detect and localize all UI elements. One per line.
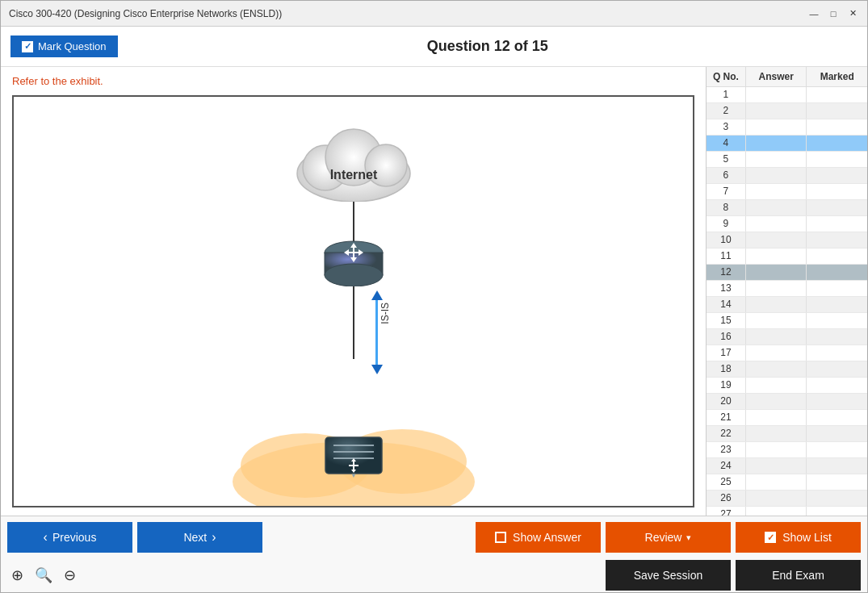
sidebar-row[interactable]: 8 bbox=[707, 200, 867, 216]
toolbar: Mark Question Question 12 of 15 bbox=[1, 27, 867, 67]
sidebar-row[interactable]: 10 bbox=[707, 232, 867, 248]
sidebar-cell-answer bbox=[746, 103, 807, 119]
sidebar-row[interactable]: 19 bbox=[707, 378, 867, 394]
sidebar-cell-qno: 23 bbox=[707, 442, 746, 457]
sidebar-row[interactable]: 14 bbox=[707, 297, 867, 313]
sidebar-cell-marked bbox=[807, 200, 867, 215]
sidebar-row[interactable]: 1 bbox=[707, 87, 867, 103]
sidebar-cell-marked bbox=[807, 265, 867, 280]
svg-point-7 bbox=[325, 264, 383, 286]
sidebar-row[interactable]: 20 bbox=[707, 394, 867, 410]
sidebar-cell-answer bbox=[746, 361, 807, 377]
sidebar-cell-answer bbox=[746, 345, 807, 361]
zoom-controls: ⊕ 🔍 ⊖ bbox=[7, 565, 80, 586]
sidebar-cell-qno: 5 bbox=[707, 152, 746, 167]
sidebar-cell-marked bbox=[807, 491, 867, 506]
sidebar-cell-marked bbox=[807, 410, 867, 425]
cloud-shape: Internet bbox=[281, 113, 426, 202]
sidebar-row[interactable]: 23 bbox=[707, 442, 867, 458]
close-button[interactable]: ✕ bbox=[846, 7, 859, 20]
previous-label: Previous bbox=[52, 531, 96, 544]
mark-question-button[interactable]: Mark Question bbox=[10, 35, 118, 57]
sidebar-row[interactable]: 12 bbox=[707, 265, 867, 281]
end-exam-button[interactable]: End Exam bbox=[736, 560, 861, 591]
sidebar-row[interactable]: 4 bbox=[707, 136, 867, 152]
sidebar-cell-answer bbox=[746, 458, 807, 474]
sidebar-row[interactable]: 21 bbox=[707, 410, 867, 426]
arrow-down-icon bbox=[371, 365, 383, 374]
svg-text:▼: ▼ bbox=[350, 472, 357, 479]
previous-button[interactable]: ‹ Previous bbox=[7, 522, 132, 553]
sidebar-cell-marked bbox=[807, 426, 867, 441]
sidebar-row[interactable]: 13 bbox=[707, 281, 867, 297]
sidebar-cell-answer bbox=[746, 232, 807, 248]
sidebar-cell-marked bbox=[807, 168, 867, 183]
sidebar-cell-qno: 26 bbox=[707, 491, 746, 506]
sidebar-row[interactable]: 26 bbox=[707, 491, 867, 507]
sidebar-cell-qno: 12 bbox=[707, 265, 746, 280]
show-answer-label: Show Answer bbox=[513, 531, 581, 544]
next-arrow-icon: › bbox=[212, 530, 216, 545]
sidebar-row[interactable]: 5 bbox=[707, 152, 867, 168]
sidebar-row[interactable]: 17 bbox=[707, 345, 867, 361]
sidebar-cell-answer bbox=[746, 184, 807, 199]
sidebar-cell-marked bbox=[807, 378, 867, 393]
sidebar-cell-marked bbox=[807, 361, 867, 377]
sidebar-cell-qno: 16 bbox=[707, 329, 746, 345]
sidebar-cell-marked bbox=[807, 329, 867, 345]
sidebar-row[interactable]: 2 bbox=[707, 103, 867, 119]
sidebar-cell-marked bbox=[807, 103, 867, 119]
sidebar-row[interactable]: 24 bbox=[707, 458, 867, 474]
sidebar-cell-qno: 19 bbox=[707, 378, 746, 393]
sidebar-row[interactable]: 18 bbox=[707, 361, 867, 378]
sidebar-cell-answer bbox=[746, 200, 807, 215]
sidebar: Q No. Answer Marked 1 2 3 4 5 6 bbox=[706, 67, 867, 516]
arrow-line bbox=[375, 300, 378, 365]
sidebar-row[interactable]: 15 bbox=[707, 313, 867, 329]
sidebar-cell-qno: 15 bbox=[707, 313, 746, 328]
review-button[interactable]: Review ▾ bbox=[606, 522, 731, 553]
sidebar-cell-qno: 18 bbox=[707, 361, 746, 377]
sidebar-cell-qno: 20 bbox=[707, 394, 746, 409]
line-cloud-to-router bbox=[353, 202, 354, 242]
sidebar-list[interactable]: 1 2 3 4 5 6 7 8 bbox=[707, 87, 867, 516]
window-controls: — □ ✕ bbox=[807, 7, 859, 20]
sidebar-row[interactable]: 7 bbox=[707, 184, 867, 200]
sidebar-cell-answer bbox=[746, 168, 807, 183]
sidebar-cell-qno: 14 bbox=[707, 297, 746, 312]
sidebar-row[interactable]: 27 bbox=[707, 507, 867, 516]
zoom-out-button[interactable]: ⊖ bbox=[60, 565, 80, 586]
sidebar-cell-marked bbox=[807, 232, 867, 248]
save-session-button[interactable]: Save Session bbox=[606, 560, 731, 591]
sidebar-row[interactable]: 11 bbox=[707, 248, 867, 265]
sidebar-cell-answer bbox=[746, 329, 807, 345]
sidebar-row[interactable]: 16 bbox=[707, 329, 867, 345]
sidebar-cell-marked bbox=[807, 119, 867, 135]
show-list-label: Show List bbox=[782, 531, 832, 544]
sidebar-row[interactable]: 6 bbox=[707, 168, 867, 184]
sidebar-row[interactable]: 22 bbox=[707, 426, 867, 442]
sidebar-cell-qno: 10 bbox=[707, 232, 746, 248]
next-button[interactable]: Next › bbox=[137, 522, 262, 553]
sidebar-row[interactable]: 9 bbox=[707, 216, 867, 232]
show-list-button[interactable]: Show List bbox=[736, 522, 861, 553]
sidebar-cell-answer bbox=[746, 378, 807, 393]
sidebar-cell-answer bbox=[746, 474, 807, 490]
maximize-button[interactable]: □ bbox=[827, 7, 840, 20]
zoom-fit-button[interactable]: 🔍 bbox=[31, 565, 57, 586]
mark-checkbox-icon bbox=[22, 41, 33, 52]
sidebar-cell-answer bbox=[746, 313, 807, 328]
sidebar-cell-answer bbox=[746, 136, 807, 151]
show-answer-button[interactable]: Show Answer bbox=[476, 522, 601, 553]
sidebar-row[interactable]: 25 bbox=[707, 474, 867, 491]
sidebar-cell-qno: 17 bbox=[707, 345, 746, 361]
question-title: Question 12 of 15 bbox=[118, 38, 858, 55]
sidebar-row[interactable]: 3 bbox=[707, 119, 867, 136]
sidebar-cell-marked bbox=[807, 184, 867, 199]
sidebar-cell-qno: 13 bbox=[707, 281, 746, 296]
sidebar-cell-qno: 7 bbox=[707, 184, 746, 199]
sidebar-cell-answer bbox=[746, 507, 807, 516]
minimize-button[interactable]: — bbox=[807, 7, 820, 20]
zoom-in-button[interactable]: ⊕ bbox=[7, 565, 27, 586]
sidebar-cell-answer bbox=[746, 152, 807, 167]
